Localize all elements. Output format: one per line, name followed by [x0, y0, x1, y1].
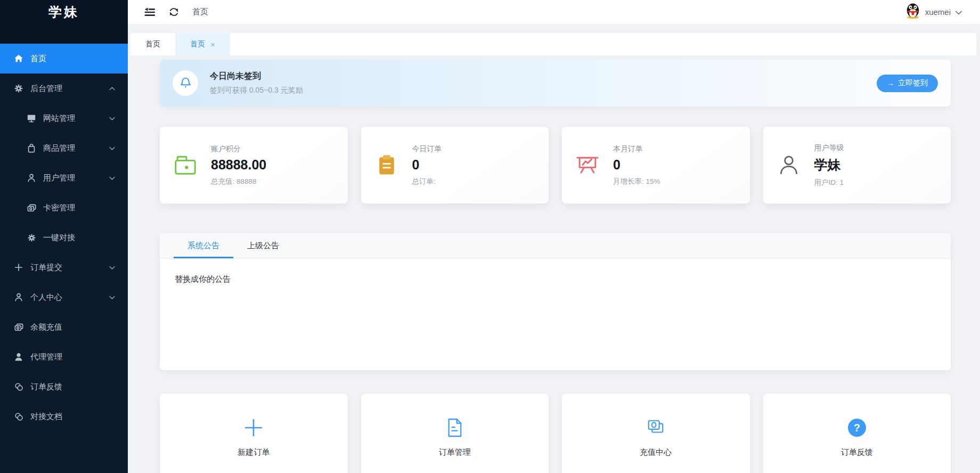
stat-value: 88888.00 [211, 157, 266, 173]
stat-title: 本月订单 [613, 144, 660, 154]
close-icon[interactable]: × [210, 40, 215, 48]
tab-home[interactable]: 首页 [130, 33, 175, 55]
agent-person-icon [13, 352, 24, 362]
announcement-panel: 系统公告 上级公告 替换成你的公告 [160, 233, 951, 370]
qq-penguin-avatar-icon [905, 3, 920, 21]
chevron-down-icon [109, 146, 115, 150]
stat-subtitle: 总充值: 88888 [211, 177, 266, 186]
chart-board-icon [575, 152, 600, 178]
sidebar-item-admin[interactable]: 后台管理 [0, 74, 128, 103]
sidebar-item-label: 后台管理 [30, 84, 62, 94]
sidebar-item-recharge[interactable]: 余额充值 [0, 312, 128, 342]
announcement-tabs: 系统公告 上级公告 [160, 233, 951, 258]
stat-title: 用户等级 [814, 143, 844, 153]
sidebar-nav: 首页 后台管理 网站管理 [0, 44, 128, 431]
gear-icon [13, 83, 24, 94]
sidebar-item-label: 网站管理 [43, 113, 75, 124]
tab-system-announcement[interactable]: 系统公告 [174, 233, 233, 258]
gear-icon [26, 232, 37, 243]
tab-label: 首页 [145, 39, 160, 49]
user-icon [776, 152, 802, 178]
tab-strip: 首页 首页 × [130, 33, 976, 55]
card-key-icon [26, 202, 37, 213]
content-area: 今日尚未签到 签到可获得 0.05~0.3 元奖励 → 立即签到 账户积分 88… [128, 55, 980, 473]
sidebar-item-label: 卡密管理 [43, 203, 75, 213]
shopping-bag-icon [26, 143, 37, 153]
sidebar-item-label: 余额充值 [30, 322, 62, 332]
action-order-feedback[interactable]: ? 订单反馈 [763, 394, 951, 473]
user-menu[interactable]: xuemei [905, 3, 962, 21]
monitor-icon [26, 113, 37, 124]
action-label: 新建订单 [238, 447, 270, 458]
stat-title: 账户积分 [211, 144, 266, 154]
sidebar-item-label: 对接文档 [30, 412, 62, 422]
chevron-down-icon [109, 117, 115, 120]
banner-title: 今日尚未签到 [210, 71, 303, 82]
banner-subtitle: 签到可获得 0.05~0.3 元奖励 [210, 86, 303, 95]
stat-text: 账户积分 88888.00 总充值: 88888 [211, 144, 266, 186]
sidebar-item-profile[interactable]: 个人中心 [0, 282, 128, 312]
stat-value: 0 [613, 157, 660, 173]
sidebar-item-one-key[interactable]: 一键对接 [0, 223, 128, 252]
user-icon [13, 292, 24, 303]
chevron-down-icon [956, 7, 962, 17]
wallet-icon [173, 152, 198, 178]
sidebar-item-users[interactable]: 用户管理 [0, 163, 128, 193]
main-column: 首页 xuemei 首页 首页 × [128, 0, 980, 473]
stat-card-user-level: 用户等级 学妹 用户ID: 1 [763, 127, 951, 203]
question-mark: ? [848, 419, 866, 437]
sidebar-item-home[interactable]: 首页 [0, 44, 128, 74]
loop-link-icon [13, 381, 24, 392]
clipboard-icon [374, 152, 399, 178]
bell-icon [179, 75, 192, 91]
refresh-icon[interactable] [168, 6, 179, 18]
stat-subtitle: 总订单: [412, 177, 442, 186]
sidebar-item-docs[interactable]: 对接文档 [0, 402, 128, 431]
action-recharge-center[interactable]: 充值中心 [562, 394, 750, 473]
app-root: 学妹 首页 后台管理 网站管理 [0, 0, 980, 473]
chevron-up-icon [109, 87, 115, 91]
money-icon [646, 417, 666, 438]
question-icon: ? [848, 417, 866, 438]
app-logo: 学妹 [0, 0, 128, 44]
stat-value: 0 [412, 157, 442, 173]
sidebar-item-label: 个人中心 [30, 292, 62, 303]
loop-link-icon [13, 411, 24, 422]
sidebar-item-website[interactable]: 网站管理 [0, 103, 128, 133]
action-order-management[interactable]: 订单管理 [361, 394, 549, 473]
breadcrumb[interactable]: 首页 [192, 7, 208, 17]
stat-title: 今日订单 [412, 144, 442, 154]
tab-parent-announcement[interactable]: 上级公告 [233, 233, 293, 258]
sidebar-item-feedback[interactable]: 订单反馈 [0, 372, 128, 402]
bell-badge [173, 70, 198, 96]
sidebar-item-label: 一键对接 [43, 233, 75, 243]
sidebar-item-cards[interactable]: 卡密管理 [0, 193, 128, 223]
action-label: 订单反馈 [841, 447, 873, 458]
stat-text: 用户等级 学妹 用户ID: 1 [814, 143, 844, 187]
stat-subtitle: 月增长率: 15% [613, 177, 660, 186]
collapse-menu-icon[interactable] [144, 7, 156, 18]
sidebar-item-order-submit[interactable]: 订单提交 [0, 252, 128, 282]
sidebar-item-agents[interactable]: 代理管理 [0, 342, 128, 372]
signin-button[interactable]: → 立即签到 [877, 75, 938, 92]
banner-text: 今日尚未签到 签到可获得 0.05~0.3 元奖励 [210, 71, 303, 95]
signin-banner: 今日尚未签到 签到可获得 0.05~0.3 元奖励 → 立即签到 [160, 60, 951, 107]
action-new-order[interactable]: 新建订单 [160, 394, 348, 473]
sidebar-item-products[interactable]: 商品管理 [0, 133, 128, 163]
action-label: 订单管理 [439, 447, 471, 458]
document-icon [446, 417, 463, 438]
stat-text: 今日订单 0 总订单: [412, 144, 442, 186]
announcement-content: 替换成你的公告 [160, 258, 951, 300]
chevron-down-icon [109, 266, 115, 270]
stat-text: 本月订单 0 月增长率: 15% [613, 144, 660, 186]
quick-actions-row: 新建订单 订单管理 充值中心 ? [160, 394, 951, 473]
plus-icon [13, 262, 24, 273]
action-label: 充值中心 [640, 447, 672, 458]
tab-home-active[interactable]: 首页 × [175, 33, 230, 55]
username: xuemei [925, 7, 951, 17]
topbar: 首页 xuemei [128, 0, 980, 24]
sidebar-item-label: 商品管理 [43, 143, 75, 153]
stat-subtitle: 用户ID: 1 [814, 178, 844, 187]
tab-label: 首页 [190, 39, 205, 49]
stat-cards-row: 账户积分 88888.00 总充值: 88888 今日订单 0 总订单: [160, 127, 951, 203]
